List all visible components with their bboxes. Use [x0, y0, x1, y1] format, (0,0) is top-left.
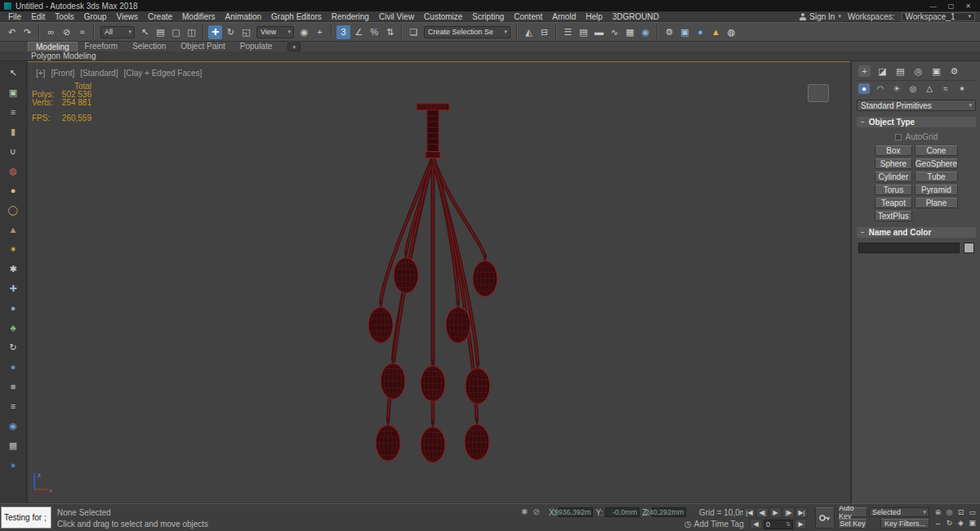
render-production-icon[interactable]: ●	[693, 25, 707, 39]
edit-named-selection-sets-icon[interactable]: ❏	[407, 25, 421, 39]
helpers-category-icon[interactable]: △	[924, 83, 935, 94]
cameras-category-icon[interactable]: ◎	[907, 83, 919, 94]
autogrid-checkbox[interactable]	[895, 134, 902, 141]
coord-field-z-[interactable]: 240,292mm	[652, 507, 686, 517]
minimize-icon[interactable]: —	[930, 2, 937, 10]
coord-field-y-[interactable]: -0,0mm	[605, 507, 639, 517]
button-cone[interactable]: Cone	[915, 145, 958, 156]
rendered-frame-icon[interactable]: ▣	[678, 25, 692, 39]
render-setup-icon[interactable]: ⚙	[662, 25, 676, 39]
leaf-icon[interactable]: ♣	[6, 321, 20, 334]
auto-key-button[interactable]: Auto Key	[838, 507, 867, 517]
button-pyramid[interactable]: Pyramid	[915, 185, 958, 195]
zoom-extents-icon[interactable]: ⊡	[956, 507, 966, 517]
spinner-icon[interactable]: ⇅	[786, 521, 791, 528]
select-and-move-icon[interactable]: ✚	[208, 25, 222, 39]
menu-tools[interactable]: Tools	[50, 12, 78, 21]
select-and-manipulate-icon[interactable]: +	[313, 25, 327, 39]
star-icon[interactable]: ✶	[6, 243, 20, 256]
tab-freeform[interactable]: Freeform	[78, 42, 126, 51]
spinner-snap-icon[interactable]: ⇅	[383, 25, 397, 39]
orb-icon[interactable]: ◉	[6, 419, 20, 432]
layer-explorer-icon[interactable]: ▤	[577, 25, 590, 39]
named-selection-sets-dropdown[interactable]: Create Selection Se▾	[424, 26, 510, 38]
maximize-icon[interactable]: ▢	[948, 2, 955, 10]
angle-snap-icon[interactable]: ∠	[352, 25, 366, 39]
pointer-icon[interactable]: ↖	[6, 66, 20, 79]
layers-icon[interactable]: ≡	[6, 105, 20, 118]
menu-views[interactable]: Views	[112, 12, 144, 21]
snap-toggle-3d-icon[interactable]: 3	[336, 25, 350, 39]
render-cloud-icon[interactable]: ▲	[709, 25, 723, 39]
cylinder-icon[interactable]: ▮	[6, 125, 20, 138]
select-object-icon[interactable]: ↖	[138, 25, 152, 39]
create-tab-icon[interactable]: +	[858, 65, 871, 77]
shapes-category-icon[interactable]: ◠	[875, 83, 886, 94]
tab-populate[interactable]: Populate	[233, 42, 279, 51]
selection-set-dropdown[interactable]: Selected ▾	[869, 507, 929, 517]
render-open-icon[interactable]: ◍	[724, 25, 738, 39]
rollout-name-color[interactable]: − Name and Color	[857, 227, 976, 238]
menu-customize[interactable]: Customize	[419, 12, 467, 21]
select-and-rotate-icon[interactable]: ↻	[224, 25, 238, 39]
zoom-icon[interactable]: ⊕	[933, 507, 943, 517]
isolate-selection-icon[interactable]: ✱	[521, 507, 528, 516]
rollout-object-type[interactable]: − Object Type	[857, 117, 976, 127]
tab-modeling[interactable]: Modeling	[28, 42, 78, 51]
walkthrough-icon[interactable]: ◈	[956, 518, 966, 528]
set-key-button[interactable]: Set Key	[838, 519, 867, 529]
next-frame-button[interactable]: ▶	[795, 519, 807, 529]
object-color-swatch[interactable]	[964, 243, 974, 253]
unlink-selection-icon[interactable]: ⊘	[60, 25, 74, 39]
paint-bucket-icon[interactable]: ◍	[6, 164, 20, 177]
axis-icon[interactable]: ✚	[6, 282, 20, 295]
select-by-name-icon[interactable]: ▤	[154, 25, 167, 39]
list-icon[interactable]: ≡	[6, 399, 20, 413]
selection-lock-icon[interactable]: ⊘	[532, 507, 539, 516]
menu-help[interactable]: Help	[581, 12, 608, 21]
ribbon-options-icon[interactable]: ▾	[287, 42, 301, 51]
sphere-blue-icon[interactable]: ●	[6, 458, 20, 471]
viewport-front[interactable]: z x [+][Front][Standard][Clay + Edged Fa…	[27, 61, 851, 503]
menu-rendering[interactable]: Rendering	[327, 12, 374, 21]
menu-group[interactable]: Group	[79, 12, 112, 21]
geometry-category-icon[interactable]: ●	[858, 83, 870, 94]
pan-icon[interactable]: ↔	[933, 518, 943, 528]
object-name-input[interactable]	[858, 243, 960, 253]
viewcube[interactable]	[808, 84, 829, 102]
zoom-all-icon[interactable]: ◎	[944, 507, 955, 517]
undo-icon[interactable]: ↶	[5, 25, 19, 39]
go-to-start-button[interactable]: |◀	[743, 507, 755, 518]
add-time-tag[interactable]: ◷ Add Time Tag	[684, 520, 744, 529]
menu-scripting[interactable]: Scripting	[467, 12, 509, 21]
button-cylinder[interactable]: Cylinder	[875, 172, 912, 182]
tab-object-paint[interactable]: Object Paint	[173, 42, 232, 51]
cube-icon[interactable]: ■	[6, 380, 20, 393]
ball-icon[interactable]: ●	[6, 360, 20, 373]
mirror-icon[interactable]: ◭	[522, 25, 536, 39]
curve-editor-icon[interactable]: ∿	[608, 25, 621, 39]
redo-icon[interactable]: ↷	[20, 25, 34, 39]
menu-content[interactable]: Content	[509, 12, 547, 21]
viewport-menu-1[interactable]: [Front]	[51, 69, 74, 78]
donut-icon[interactable]: ◯	[6, 203, 20, 216]
menu-create[interactable]: Create	[143, 12, 177, 21]
primitives-dropdown[interactable]: Standard Primitives ▾	[857, 100, 976, 111]
tab-selection[interactable]: Selection	[125, 42, 173, 51]
viewport-menu-2[interactable]: [Standard]	[80, 69, 118, 78]
use-pivot-center-icon[interactable]: ◉	[297, 25, 311, 39]
button-sphere[interactable]: Sphere	[875, 158, 912, 169]
material-editor-icon[interactable]: ◉	[639, 25, 653, 39]
sphere-icon[interactable]: ●	[6, 184, 20, 197]
orbit-icon[interactable]: ↻	[944, 518, 955, 528]
align-icon[interactable]: ⊟	[537, 25, 551, 39]
next-key-button[interactable]: |▶	[782, 507, 795, 518]
selection-region-icon[interactable]: ▢	[169, 25, 183, 39]
globe-icon[interactable]: ●	[6, 301, 20, 315]
close-icon[interactable]: ✕	[965, 2, 971, 10]
menu-file[interactable]: File	[3, 12, 26, 21]
title-bar[interactable]: Untitled - Autodesk 3ds Max 2018 — ▢ ✕	[0, 0, 980, 11]
selection-filter-dropdown[interactable]: All▾	[100, 26, 135, 38]
menu-animation[interactable]: Animation	[220, 12, 266, 21]
current-frame-field[interactable]: 0 ⇅	[764, 520, 793, 529]
